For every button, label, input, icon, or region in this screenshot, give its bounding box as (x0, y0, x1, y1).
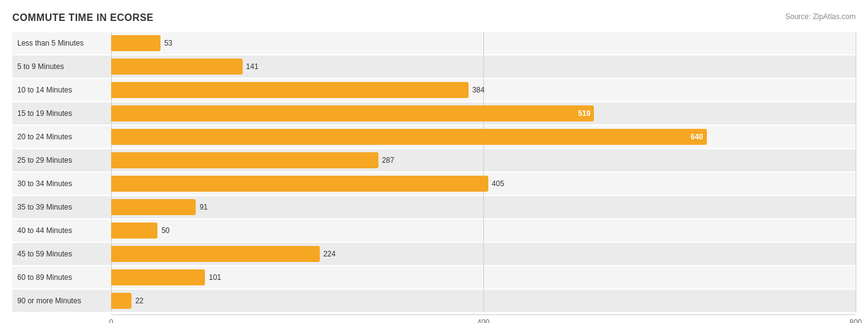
bar-row: 5 to 9 Minutes141 (12, 55, 856, 78)
bar-track: 287 (111, 149, 856, 171)
bar-label: 60 to 89 Minutes (12, 273, 111, 282)
bar-fill (111, 293, 131, 309)
bar-label: 30 to 34 Minutes (12, 179, 111, 188)
bar-label: 20 to 24 Minutes (12, 133, 111, 141)
bar-track: 50 (111, 219, 856, 242)
source-text: Source: ZipAtlas.com (785, 12, 856, 21)
bar-fill (111, 176, 488, 192)
bar-label: 10 to 14 Minutes (12, 86, 111, 94)
chart-title: COMMUTE TIME IN ECORSE (12, 12, 856, 23)
bar-row: 30 to 34 Minutes405 (12, 173, 856, 195)
bar-track: 101 (111, 266, 856, 288)
bar-label: Less than 5 Minutes (12, 39, 111, 47)
bar-label: 45 to 59 Minutes (12, 250, 111, 258)
bar-fill (111, 59, 243, 75)
bar-track: 91 (111, 196, 856, 218)
bar-value-inside: 640 (691, 133, 703, 141)
bar-value-outside: 141 (246, 62, 259, 71)
bar-fill: 640 (111, 129, 707, 145)
bar-label: 5 to 9 Minutes (12, 62, 111, 71)
bar-value-outside: 22 (135, 296, 143, 305)
bar-row: 15 to 19 Minutes519 (12, 102, 856, 125)
x-axis-tick: 800 (849, 318, 862, 323)
bar-track: 640 (111, 126, 856, 148)
bar-row: 20 to 24 Minutes640 (12, 126, 856, 148)
bar-track: 405 (111, 173, 856, 195)
bar-row: 35 to 39 Minutes91 (12, 196, 856, 218)
bar-row: 60 to 89 Minutes101 (12, 266, 856, 288)
bar-row: 10 to 14 Minutes384 (12, 79, 856, 101)
bar-track: 519 (111, 102, 856, 125)
bar-row: 45 to 59 Minutes224 (12, 243, 856, 265)
grid-line (856, 32, 856, 312)
bar-value-outside: 53 (164, 39, 172, 47)
bar-fill (111, 82, 469, 98)
bar-fill (111, 199, 196, 215)
bar-row: 25 to 29 Minutes287 (12, 149, 856, 171)
bar-value-outside: 287 (382, 156, 394, 165)
bar-fill (111, 246, 320, 262)
bar-label: 40 to 44 Minutes (12, 226, 111, 235)
bar-fill (111, 223, 157, 239)
bar-value-inside: 519 (578, 109, 590, 118)
bar-fill (111, 269, 205, 285)
bar-fill: 519 (111, 105, 594, 121)
chart-container: COMMUTE TIME IN ECORSE Source: ZipAtlas.… (0, 0, 868, 323)
bar-track: 53 (111, 32, 856, 54)
bar-track: 22 (111, 290, 856, 312)
bar-value-outside: 101 (209, 273, 221, 282)
x-axis-tick: 0 (109, 318, 114, 323)
bar-value-outside: 50 (161, 226, 169, 235)
bar-track: 224 (111, 243, 856, 265)
bar-label: 35 to 39 Minutes (12, 203, 111, 211)
bar-row: 40 to 44 Minutes50 (12, 219, 856, 242)
bar-label: 15 to 19 Minutes (12, 109, 111, 118)
bar-value-outside: 224 (323, 250, 336, 258)
bar-value-outside: 405 (492, 179, 504, 188)
bar-track: 141 (111, 55, 856, 78)
bar-label: 90 or more Minutes (12, 296, 111, 305)
bar-value-outside: 91 (199, 203, 207, 211)
bar-fill (111, 35, 161, 51)
x-axis: 0400800 (111, 314, 856, 323)
bar-row: Less than 5 Minutes53 (12, 32, 856, 54)
bar-track: 384 (111, 79, 856, 101)
bar-fill (111, 152, 378, 168)
bar-value-outside: 384 (472, 86, 485, 94)
x-axis-tick: 400 (477, 318, 490, 323)
bars-area: Less than 5 Minutes535 to 9 Minutes14110… (12, 32, 856, 312)
bar-row: 90 or more Minutes22 (12, 290, 856, 312)
bar-label: 25 to 29 Minutes (12, 156, 111, 165)
